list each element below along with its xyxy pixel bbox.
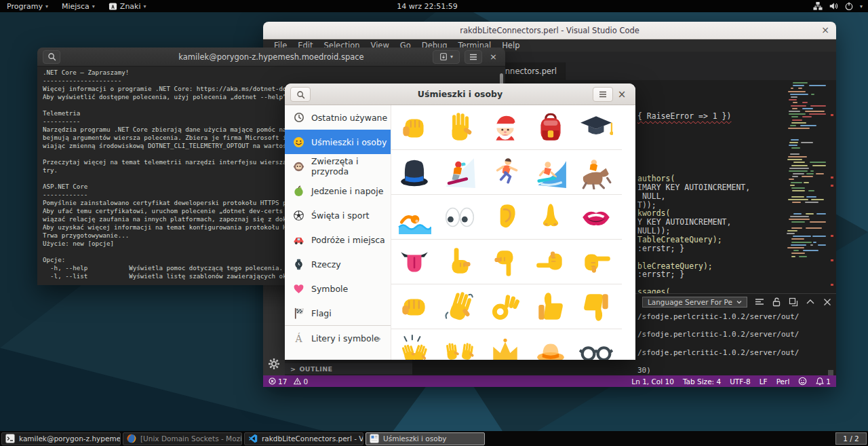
emoji-clapping-hands[interactable]: [391, 329, 437, 360]
emoji-open-hands[interactable]: [437, 329, 482, 360]
characters-title: Uśmieszki i osoby: [418, 89, 502, 99]
taskbar-item[interactable]: rakdbLiteConnectors.perl - Visual ...: [244, 432, 363, 445]
apple-icon: [293, 185, 304, 197]
panel-output-lines: /sfodje.perlcritic-1.0.2/server/out/ /sf…: [637, 312, 799, 375]
terminal-titlebar[interactable]: kamilek@porygon-z.hypemesh.moedroid.spac…: [37, 48, 505, 67]
characters-search-button[interactable]: [290, 87, 311, 102]
characters-titlebar[interactable]: Uśmieszki i osoby ×: [285, 83, 635, 105]
sidebar-item-podr-e-i-miejsca[interactable]: Podróże i miejsca: [285, 227, 391, 252]
emoji-mouth[interactable]: [573, 195, 618, 240]
split-panel-icon[interactable]: [789, 297, 798, 307]
statusbar-item[interactable]: Tab Size: 4: [683, 377, 721, 386]
emoji-runner[interactable]: [482, 150, 528, 195]
hamburger-icon: [599, 91, 607, 98]
emoji-crown[interactable]: [482, 329, 528, 360]
emoji-swimmer[interactable]: [391, 195, 437, 240]
emoji-thumbs-up[interactable]: [528, 284, 573, 329]
emoji-tongue[interactable]: [391, 240, 437, 284]
topbar-menu-label: Znaki: [120, 2, 141, 11]
sidebar-item-u-mieszki-i-osoby[interactable]: Uśmieszki i osoby: [285, 130, 391, 154]
panel-scrollbar[interactable]: [828, 370, 833, 375]
clear-output-icon[interactable]: [755, 297, 764, 307]
notifications-bell[interactable]: 1: [816, 377, 831, 386]
taskbar-item[interactable]: [Unix Domain Sockets - Mozilla Fir...: [123, 432, 242, 445]
terminal-close-icon[interactable]: ×: [487, 52, 500, 62]
gnome-topbar: Programy▾Miejsca▾Znaki▾ 14 wrz 22:51:59 …: [0, 0, 868, 12]
emoji-oncoming-fist[interactable]: [391, 284, 437, 329]
vscode-statusbar: 17 0 Ln 1, Col 10Tab Size: 4UTF-8LFPerl …: [263, 375, 836, 387]
sidebar-item-rzeczy[interactable]: Rzeczy: [285, 252, 391, 276]
sidebar-item-jedzenie-i-napoje[interactable]: Jedzenie i napoje: [285, 179, 391, 203]
watch-icon: [293, 259, 304, 270]
characters-icon: [370, 434, 379, 443]
emoji-backhand-index-up[interactable]: [437, 240, 482, 284]
emoji-row: [391, 195, 622, 240]
emoji-ear[interactable]: [482, 195, 528, 240]
clock[interactable]: 14 wrz 22:51:59: [380, 2, 475, 11]
sidebar-item-label: Rzeczy: [311, 259, 341, 270]
gear-icon[interactable]: [268, 358, 280, 370]
taskbar-item-label: [Unix Domain Sockets - Mozilla Fir...: [140, 434, 242, 443]
statusbar-item[interactable]: UTF-8: [730, 377, 751, 386]
close-panel-icon[interactable]: [823, 297, 832, 307]
sidebar-item-flagi[interactable]: Flagi: [285, 301, 391, 325]
emoji-ok-hand[interactable]: [482, 284, 528, 329]
maximize-panel-icon[interactable]: [806, 297, 815, 307]
topbar-menu-programy[interactable]: Programy▾: [0, 0, 55, 12]
code-line: { RaiseError => 1 }): [637, 111, 731, 121]
outline-section-header[interactable]: > OUTLINE: [285, 363, 412, 374]
emoji-school-backpack[interactable]: [528, 105, 573, 150]
sidebar-item-label: Symbole: [311, 284, 348, 294]
problems-errors[interactable]: 17: [269, 377, 287, 386]
emoji-grid: [391, 105, 622, 360]
unlock-icon[interactable]: [772, 297, 781, 307]
characters-menu-button[interactable]: [593, 87, 613, 102]
emoji-backhand-index-right[interactable]: [573, 240, 618, 284]
sidebar-item--wi-ta-i-sport[interactable]: Święta i sport: [285, 203, 391, 227]
characters-close-icon[interactable]: ×: [614, 87, 629, 102]
emoji-surfer[interactable]: [528, 150, 573, 195]
emoji-raised-fist[interactable]: [391, 105, 437, 150]
vscode-close-icon[interactable]: ×: [821, 24, 829, 36]
topbar-menu-miejsca[interactable]: Miejsca▾: [55, 0, 102, 12]
workspace-indicator[interactable]: 1 / 2: [835, 432, 867, 445]
sidebar-item-litery-i-symbole[interactable]: ÁLitery i symbole›: [285, 325, 391, 351]
taskbar-item[interactable]: kamilek@porygon-z.hypemesh.m...: [1, 432, 121, 445]
statusbar-item[interactable]: Ln 1, Col 10: [631, 377, 674, 386]
emoji-top-hat[interactable]: [391, 150, 437, 195]
problems-warnings[interactable]: 0: [294, 377, 308, 386]
statusbar-item[interactable]: Perl: [776, 377, 790, 386]
terminal-output[interactable]: .NET Core — Zapraszamy! ----------------…: [43, 69, 302, 280]
terminal-menu-button[interactable]: [465, 50, 482, 64]
emoji-backhand-index-left[interactable]: [528, 240, 573, 284]
code-line: :errstr; }: [637, 244, 684, 253]
emoji-graduation-cap[interactable]: [573, 105, 618, 150]
statusbar-item[interactable]: LF: [760, 377, 768, 386]
emoji-womans-hat[interactable]: [528, 329, 573, 360]
terminal-newtab-button[interactable]: ▾: [433, 50, 460, 64]
topbar-menu-znaki[interactable]: Znaki▾: [102, 0, 153, 12]
hamburger-icon: [469, 54, 477, 60]
sidebar-item-ostatnio-u-ywane[interactable]: Ostatnio używane: [285, 105, 391, 130]
sidebar-item-zwierz-ta-i-przyroda[interactable]: Zwierzęta i przyroda: [285, 154, 391, 179]
feedback-smiley-icon[interactable]: [798, 377, 807, 386]
minimap[interactable]: [787, 81, 826, 266]
panel-header: Language Server For Pe: [642, 297, 832, 308]
vscode-titlebar[interactable]: rakdbLiteConnectors.perl - Visual Studio…: [263, 22, 836, 39]
emoji-snowboarder[interactable]: [437, 150, 482, 195]
emoji-backhand-index-down[interactable]: [482, 240, 528, 284]
emoji-eyes[interactable]: [437, 195, 482, 240]
chevron-down-icon: ▾: [450, 54, 453, 60]
output-channel-select[interactable]: Language Server For Pe: [642, 297, 747, 308]
emoji-glasses[interactable]: [573, 329, 618, 360]
emoji-nose[interactable]: [528, 195, 573, 240]
emoji-horse-racing[interactable]: [573, 150, 618, 195]
emoji-raised-hand[interactable]: [437, 105, 482, 150]
system-tray[interactable]: ▾: [813, 0, 865, 12]
taskbar-item[interactable]: Uśmieszki i osoby: [366, 432, 485, 445]
emoji-santa-claus[interactable]: [482, 105, 528, 150]
emoji-thumbs-down[interactable]: [573, 284, 618, 329]
chevron-down-icon: ▾: [45, 3, 48, 10]
sidebar-item-symbole[interactable]: Symbole: [285, 276, 391, 301]
emoji-waving-hand[interactable]: [437, 284, 482, 329]
